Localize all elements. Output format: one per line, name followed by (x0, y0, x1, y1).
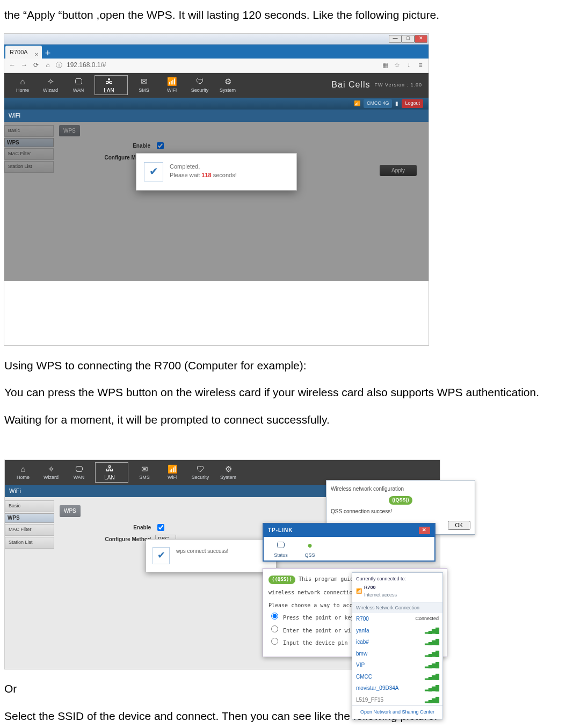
browser-toolbar: ← → ⟳ ⌂ ⓘ 192.168.0.1/# ▦ ☆ ↓ ≡ (4, 59, 429, 73)
signal-icon: ▂▄▆█ (425, 650, 439, 658)
sidebar-item-macfilter[interactable]: MAC Filter (5, 524, 54, 536)
wifi-network[interactable]: VIP▂▄▆█ (352, 659, 442, 671)
signal-icon: ▂▄▆█ (425, 638, 439, 646)
logout-button[interactable]: Logout (402, 99, 423, 108)
qss-message: QSS connection success! (331, 507, 470, 516)
qss-logo-icon: ((QSS)) (268, 576, 295, 584)
para-4: Waiting for a moment, it will be prompte… (4, 411, 578, 429)
section-head: WiFi (4, 110, 429, 122)
window-min-button[interactable]: — (389, 35, 402, 43)
wifi-network[interactable]: L519_FF15▂▄▆█ (352, 694, 442, 706)
sidebar-2: Basic WPS MAC Filter Station List (5, 497, 54, 669)
signal-icon: ▂▄▆█ (425, 673, 439, 681)
wifi-network[interactable]: R700Connected (352, 613, 442, 625)
browser-tab[interactable]: R700A ✕ (5, 46, 42, 59)
router-navbar: ⌂Home ✧Wizard 🖵WAN 🖧LAN ✉SMS 📶WiFi 🛡Secu… (4, 73, 429, 98)
battery-icon: ▮ (395, 99, 398, 108)
nav-lan[interactable]: 🖧LAN (95, 462, 128, 483)
carrier-chip: CMCC 4G (364, 99, 393, 108)
toolbar-icon[interactable]: ☆ (393, 60, 401, 70)
para-6: Select the SSID of the device and connec… (4, 708, 578, 725)
dialog-line2: Please wait 118 seconds! (170, 171, 237, 180)
nav-security[interactable]: 🛡Security (188, 463, 212, 482)
nav-wan[interactable]: 🖵WAN (67, 463, 91, 482)
sidebar-item-wps[interactable]: WPS (5, 513, 54, 523)
wifi-icon: 📶 (160, 76, 184, 87)
wifi-network[interactable]: CMCC▂▄▆█ (352, 671, 442, 683)
nav-wan[interactable]: 🖵WAN (67, 76, 90, 94)
lan-icon: 🖧 (97, 76, 121, 86)
window-max-button[interactable]: □ (402, 35, 415, 43)
nav-sms[interactable]: ✉SMS (133, 463, 156, 482)
tab-new-button[interactable]: + (45, 48, 51, 59)
qss-ok-button[interactable]: OK (448, 521, 470, 530)
tplink-brand: TP-LINK (268, 526, 293, 535)
open-ncpa-link[interactable]: Open Network and Sharing Center (352, 705, 442, 719)
status-strip: 📶 CMCC 4G ▮ Logout (4, 98, 429, 110)
wps-progress-dialog: ✔ Completed, Please wait 118 seconds! (136, 153, 297, 191)
panel-title-2: WPS (60, 505, 81, 517)
tplink-window: TP-LINK✕ 🖵Status ●QSS (263, 523, 435, 561)
check-icon: ✔ (153, 547, 170, 564)
fw-version: FW Version : 1.00 (374, 82, 422, 89)
nav-fwd-icon[interactable]: → (20, 60, 28, 70)
wifi-section: Wireless Network Connection (352, 602, 442, 613)
enable-checkbox-2[interactable] (157, 524, 164, 531)
windows-wifi-flyout: Currently connected to: 📶 R700Internet a… (352, 572, 443, 719)
screenshot-1: — □ ✕ R700A ✕ + ← → ⟳ ⌂ ⓘ 192.168.0.1/# … (4, 34, 429, 345)
nav-wifi[interactable]: 📶WiFi (160, 76, 184, 94)
wifi-network[interactable]: movistar_09D34A▂▄▆█ (352, 682, 442, 694)
screenshot-2: ⌂Home ✧Wizard 🖵WAN 🖧LAN ✉SMS 📶WiFi 🛡Secu… (4, 460, 440, 669)
dialog-msg: wps connect success! (176, 547, 228, 564)
router-app: ⌂Home ✧Wizard 🖵WAN 🖧LAN ✉SMS 📶WiFi 🛡Secu… (4, 73, 429, 281)
signal-icon: ▂▄▆█ (425, 684, 439, 693)
wps-success-dialog: ✔ wps connect success! (146, 539, 277, 572)
nav-wizard[interactable]: ✧Wizard (39, 76, 62, 94)
nav-security[interactable]: 🛡Security (188, 76, 212, 94)
window-titlebar: — □ ✕ (4, 34, 429, 45)
para-2: Using WPS to connecting the R700 (Comput… (4, 357, 578, 375)
wifi-network[interactable]: bmw▂▄▆█ (352, 648, 442, 660)
nav-back-icon[interactable]: ← (9, 60, 16, 70)
tplink-tab-qss[interactable]: ●QSS (296, 540, 324, 559)
url-text[interactable]: 192.168.0.1/# (67, 60, 377, 70)
toolbar-icon[interactable]: ↓ (405, 60, 412, 70)
para-3: You can press the WPS button on the wire… (4, 384, 578, 402)
nav-wifi[interactable]: 📶WiFi (161, 463, 184, 482)
tab-title: R700A (10, 49, 28, 55)
dialog-line1: Completed, (170, 162, 237, 171)
tab-close-icon[interactable]: ✕ (34, 48, 39, 61)
tplink-close-icon[interactable]: ✕ (419, 527, 430, 534)
nav-home[interactable]: ⌂Home (11, 76, 34, 94)
wifi-network[interactable]: icab#▂▄▆█ (352, 636, 442, 648)
qss-title: Wireless network configuration (331, 485, 470, 493)
nav-wizard[interactable]: ✧Wizard (39, 463, 63, 482)
signal-icon: ▂▄▆█ (425, 627, 439, 635)
router-icon: 📶 (356, 588, 362, 595)
wizard-icon: ✧ (39, 76, 62, 87)
sidebar-item-basic[interactable]: Basic (5, 500, 54, 512)
tplink-tab-status[interactable]: 🖵Status (267, 540, 295, 559)
nav-lan[interactable]: 🖧LAN (95, 75, 128, 96)
toolbar-icon[interactable]: ▦ (381, 60, 389, 70)
monitor-icon: 🖵 (267, 540, 295, 552)
nav-system[interactable]: ⚙System (216, 463, 240, 482)
nav-reload-icon[interactable]: ⟳ (32, 60, 40, 70)
sidebar-item-stationlist[interactable]: Station List (5, 537, 54, 549)
para-or: Or (4, 680, 578, 698)
qss-icon: ● (296, 540, 324, 552)
nav-system[interactable]: ⚙System (216, 76, 239, 94)
nav-home[interactable]: ⌂Home (11, 463, 35, 482)
window-close-button[interactable]: ✕ (415, 35, 427, 43)
wifi-header: Currently connected to: 📶 R700Internet a… (352, 573, 442, 602)
nav-home-icon[interactable]: ⌂ (44, 60, 52, 70)
wifi-network[interactable]: yanfa▂▄▆█ (352, 625, 442, 637)
signal-icon: ▂▄▆█ (425, 696, 439, 704)
qss-logo-icon: ((QSS)) (389, 496, 412, 505)
wan-icon: 🖵 (67, 76, 90, 87)
url-info-icon: ⓘ (56, 60, 62, 70)
toolbar-menu-icon[interactable]: ≡ (417, 60, 424, 70)
brand-area: Bai Cells FW Version : 1.00 (331, 78, 422, 92)
nav-sms[interactable]: ✉SMS (132, 76, 156, 94)
sms-icon: ✉ (132, 76, 156, 87)
